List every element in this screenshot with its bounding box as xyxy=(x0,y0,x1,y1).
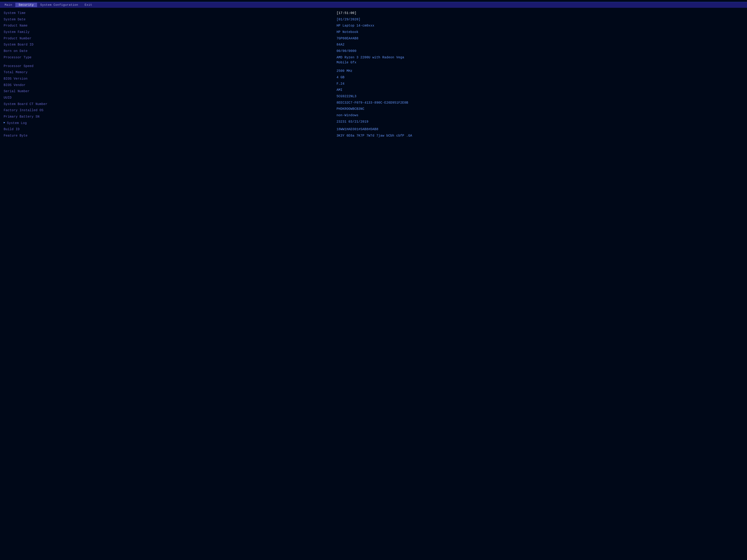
field-value-9: 4 GB xyxy=(336,74,743,81)
title-bar xyxy=(0,0,747,2)
field-value-19: 3K3Y 6E6a 7K7P 7W7d 7jaw bCbh cbfP .GA xyxy=(336,133,743,139)
field-value-13: 8EEC32C7-F079-4133-890C-E26D951F2E0B xyxy=(336,100,743,106)
field-label-1: System Date xyxy=(4,17,336,23)
field-value-16: 23231 03/21/2019 xyxy=(336,119,743,125)
field-value-2: HP Laptop 14-cm0xxx xyxy=(336,23,743,29)
field-label-10: BIOS Version xyxy=(4,76,336,82)
menu-bar: MainSecuritySystem ConfigurationExit xyxy=(0,2,747,8)
field-label-4: Product Number xyxy=(4,35,336,42)
field-label-13: UUID xyxy=(4,95,336,101)
menu-item-system-configuration[interactable]: System Configuration xyxy=(37,3,81,7)
field-label-17[interactable]: System Log xyxy=(4,120,336,127)
field-value-12: 5CG9222NL3 xyxy=(336,93,743,100)
spacer-right-after-processor xyxy=(336,65,743,68)
field-value-18: 18WW1HAD301#SAB8#DAB8 xyxy=(336,126,743,133)
content-area: System TimeSystem DateProduct NameSystem… xyxy=(0,8,747,560)
field-label-9: Total Memory xyxy=(4,69,336,76)
field-value-0: [17:51:00] xyxy=(336,10,743,17)
field-label-8: Processor Speed xyxy=(4,63,336,70)
field-label-5: System Board ID xyxy=(4,42,336,48)
field-label-11: BIOS Vendor xyxy=(4,82,336,88)
field-value-14: PHDKROOWBCB3NC xyxy=(336,106,743,112)
field-label-3: System Family xyxy=(4,29,336,35)
field-value-10: F.24 xyxy=(336,81,743,87)
processor-type-value: AMD Ryzen 3 2200U with Radeon VegaMobile… xyxy=(336,55,743,65)
bios-screen: MainSecuritySystem ConfigurationExit Sys… xyxy=(0,0,747,560)
field-value-6: 00/00/0000 xyxy=(336,48,743,54)
menu-item-security[interactable]: Security xyxy=(15,3,37,7)
field-label-2: Product Name xyxy=(4,23,336,29)
field-label-16: Primary Battery SN xyxy=(4,114,336,120)
field-label-12: Serial Number xyxy=(4,88,336,95)
field-label-19: Feature Byte xyxy=(4,133,336,139)
field-value-3: HP Notebook xyxy=(336,29,743,35)
field-value-11: AMI xyxy=(336,87,743,93)
menu-item-exit[interactable]: Exit xyxy=(81,3,96,7)
field-label-0: System Time xyxy=(4,10,336,17)
field-label-6: Born on Date xyxy=(4,48,336,54)
field-value-1: [01/29/2020] xyxy=(336,17,743,23)
field-label-14: System Board CT Number xyxy=(4,101,336,108)
field-value-15: non-Windows xyxy=(336,112,743,119)
field-value-7: AMD Ryzen 3 2200U with Radeon VegaMobile… xyxy=(336,54,743,65)
field-label-7: Processor Type xyxy=(4,54,336,61)
field-label-15: Factory Installed OS xyxy=(4,107,336,114)
right-column: [17:51:00][01/29/2020]HP Laptop 14-cm0xx… xyxy=(336,10,743,558)
spacer-after-processor-type xyxy=(4,61,336,63)
field-value-8: 2500 MHz xyxy=(336,68,743,74)
field-value-4: 7GP60EA#AB8 xyxy=(336,35,743,42)
field-label-18: Build ID xyxy=(4,126,336,133)
field-value-5: 84A2 xyxy=(336,42,743,48)
left-column: System TimeSystem DateProduct NameSystem… xyxy=(4,10,336,558)
menu-item-main[interactable]: Main xyxy=(1,3,15,7)
